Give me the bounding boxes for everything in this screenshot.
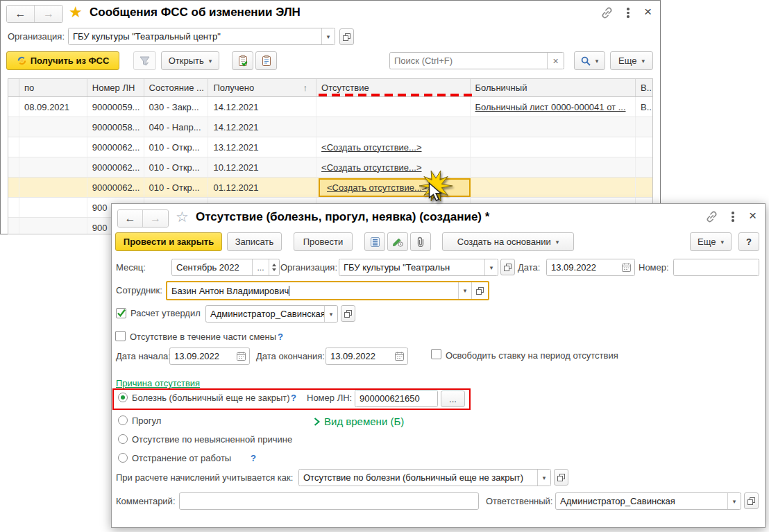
organization-combobox[interactable]: ГБУ культуры "Театральн [339,259,498,276]
close-icon[interactable]: × [644,5,652,18]
more-menu-icon[interactable] [732,212,734,222]
table-row[interactable]: 90000062... 010 - Откр... 10.12.2021 <Со… [8,157,652,178]
reason-illness-label[interactable]: Болезнь (больничный еще не закрыт) [132,393,290,403]
end-date-field[interactable]: 13.09.2022 [326,347,408,365]
edit-time-button[interactable] [387,232,408,251]
more-actions-button[interactable]: Еще [610,51,653,70]
forward-button[interactable]: → [35,6,62,22]
organization-combobox[interactable]: ГБУ культуры "Театральный центр" [68,28,335,45]
more-menu-icon[interactable] [627,8,629,18]
organization-open-button[interactable] [500,259,515,275]
reason-illness-radio[interactable] [118,393,128,402]
link-icon[interactable] [705,210,718,223]
time-kind-link[interactable]: Вид времени (Б) [324,415,404,427]
part-shift-help[interactable]: ? [278,332,283,342]
reason-suspension-radio[interactable] [118,453,128,463]
search-settings-button[interactable] [574,51,605,70]
dropdown-arrow-icon [556,239,559,246]
calc-open-button[interactable] [554,469,568,486]
open-button[interactable]: Открыть [161,51,219,70]
create-absence-link[interactable]: <Создать отсутствие...> [321,162,421,173]
reason-unknown-radio[interactable] [118,434,128,444]
clear-search-icon[interactable]: × [547,53,564,69]
close-icon[interactable]: × [749,209,757,222]
month-more-button[interactable]: ... [252,259,269,275]
part-shift-checkbox[interactable] [115,331,126,341]
reason-truancy-label[interactable]: Прогул [132,415,161,426]
create-based-on-button[interactable]: Создать на основании [442,232,574,251]
filter-button[interactable] [133,51,156,70]
nav-buttons: ← → [6,5,63,23]
calc-combobox[interactable]: Отсутствие по болезни (больничный еще не… [298,469,551,486]
responsible-combobox[interactable]: Администратор_Савинская [555,492,741,510]
calendar-icon[interactable] [622,263,631,272]
comment-label: Комментарий: [116,496,176,506]
date-field[interactable]: 13.09.2022 [546,259,635,276]
post-button[interactable]: Провести [294,232,353,251]
ln-more-button[interactable]: ... [441,391,465,407]
header-sick-leave[interactable]: Больничный [471,79,636,96]
header-v[interactable]: В... [636,79,652,96]
more-actions-button[interactable]: Еще [690,232,732,251]
start-date-field[interactable]: 13.09.2022 [169,347,250,365]
reason-group-header[interactable]: Причина отсутствия [116,378,200,388]
reason-truancy-radio[interactable] [118,415,128,425]
approved-label[interactable]: Расчет утвердил [130,308,201,318]
organization-label: Организация: [8,31,65,42]
favorite-star-icon[interactable]: ☆ [176,209,189,224]
reason-unknown-label[interactable]: Отсутствие по невыясненной причине [132,434,292,445]
get-from-fss-button[interactable]: Получить из ФСС [6,51,119,70]
calendar-icon[interactable] [395,352,404,361]
back-button[interactable]: ← [7,6,35,22]
reason-suspension-label[interactable]: Отстранение от работы [132,453,231,463]
employee-combobox[interactable]: Базин Антон Владимирович [166,281,489,300]
part-shift-label[interactable]: Отсутствие в течение части смены [130,332,276,342]
month-label: Месяц: [116,262,146,273]
organization-open-button[interactable] [339,28,354,45]
comment-field[interactable] [179,492,479,510]
forward-button[interactable]: → [143,210,168,227]
table-row[interactable]: 08.09.2021 90000059... 030 - Закр... 14.… [8,97,652,117]
month-spinner[interactable] [269,259,279,275]
header-state[interactable]: Состояние ... [144,79,209,96]
table-row[interactable]: 90000062... 010 - Откр... 13.12.2021 <Со… [8,137,652,157]
header-received[interactable]: Получено ↑ [208,79,316,96]
sick-leave-link[interactable]: Больничный лист 0000-000041 от ... [475,102,626,112]
create-absence-link[interactable]: <Создать отсутствие...> [321,142,421,153]
suspension-help[interactable]: ? [251,453,256,463]
approved-checkbox[interactable] [116,308,126,318]
table-row[interactable]: 90000058... 040 - Напр... 14.12.2021 [8,117,652,137]
release-rate-label[interactable]: Освободить ставку на период отсутствия [446,350,618,361]
dropdown-arrow-icon [324,306,337,322]
responsible-open-button[interactable] [744,492,759,509]
header-po[interactable]: по [19,79,87,96]
help-button[interactable]: ? [738,232,759,251]
back-button[interactable]: ← [118,210,143,227]
register-records-button[interactable] [364,232,385,251]
ln-number-field[interactable]: 900000621650 [355,390,438,407]
mouse-cursor [414,166,466,219]
dropdown-arrow-icon [595,58,599,65]
organization-label: Организация: [280,262,337,273]
calendar-icon[interactable] [237,352,246,361]
attachments-button[interactable] [410,232,431,251]
approved-by-open-button[interactable] [341,305,355,322]
link-icon[interactable] [600,6,614,19]
illness-help[interactable]: ? [291,393,296,403]
search-field[interactable]: × [389,52,564,69]
search-input[interactable] [390,55,547,66]
release-rate-checkbox[interactable] [431,349,441,359]
clipboard-list-icon [261,55,272,67]
number-field[interactable] [673,259,759,276]
dropdown-arrow-icon [321,28,335,44]
funnel-icon [140,56,150,66]
clipboard-check-button[interactable] [232,51,253,70]
month-field[interactable]: Сентябрь 2022 ... [171,259,280,276]
write-button[interactable]: Записать [227,232,282,251]
post-and-close-button[interactable]: Провести и закрыть [115,232,222,251]
favorite-star-icon[interactable]: ★ [69,5,83,20]
employee-open-button[interactable] [471,282,488,299]
approved-by-combobox[interactable]: Администратор_Савинская [205,305,338,323]
header-nomer-ln[interactable]: Номер ЛН [87,79,144,96]
clipboard-list-button[interactable] [255,51,277,70]
